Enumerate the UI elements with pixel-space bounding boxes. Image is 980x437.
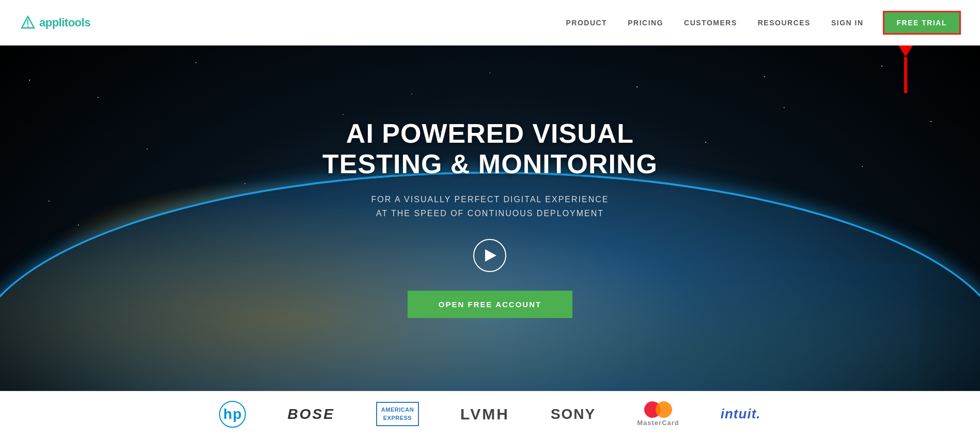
hero-subtitle: FOR A VISUALLY PERFECT DIGITAL EXPERIENC… — [322, 192, 658, 220]
nav-resources[interactable]: RESOURCES — [758, 19, 811, 27]
nav-links: PRODUCT PRICING CUSTOMERS RESOURCES SIGN… — [566, 12, 959, 33]
logo-text: applitools — [39, 16, 90, 29]
logo-hp: hp — [219, 401, 246, 428]
logo-intuit: intuit. — [721, 406, 761, 422]
applitools-icon — [21, 16, 35, 30]
svg-point-2 — [27, 25, 29, 27]
free-trial-button[interactable]: FREE TRIAL — [884, 12, 959, 33]
nav-signin[interactable]: SIGN IN — [831, 19, 864, 27]
play-icon — [485, 249, 496, 262]
open-account-button[interactable]: OPEN FREE ACCOUNT — [408, 291, 572, 318]
nav-product[interactable]: PRODUCT — [566, 19, 607, 27]
logo-sony: SONY — [551, 406, 596, 423]
mastercard-circle-orange — [656, 401, 672, 418]
logo[interactable]: applitools — [21, 16, 90, 30]
mastercard-circles — [644, 401, 672, 418]
nav-customers[interactable]: CUSTOMERS — [684, 19, 737, 27]
nav-pricing[interactable]: PRICING — [628, 19, 663, 27]
navbar: applitools PRODUCT PRICING CUSTOMERS RES… — [0, 0, 980, 46]
logo-mastercard: MasterCard — [637, 401, 679, 427]
logo-lvmh: LVMH — [460, 405, 509, 423]
hero-title: AI POWERED VISUAL TESTING & MONITORING — [322, 118, 658, 180]
hero-content: AI POWERED VISUAL TESTING & MONITORING F… — [322, 118, 658, 319]
hero-section: AI POWERED VISUAL TESTING & MONITORING F… — [0, 46, 980, 391]
logos-bar: hp BOSE AMERICAN EXPRESS LVMH SONY Maste… — [0, 391, 980, 436]
logo-amex: AMERICAN EXPRESS — [376, 402, 419, 426]
logo-bose: BOSE — [287, 406, 334, 423]
play-button[interactable] — [473, 239, 506, 272]
